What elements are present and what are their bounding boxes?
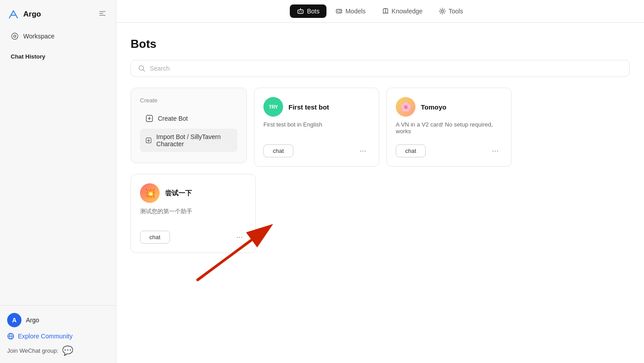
bot-card-tomoyo: 🌸 Tomoyo A VN in a V2 card! No setup req… — [386, 88, 512, 167]
bot-avatar-first-test: TRY — [263, 97, 283, 117]
main-area: Bots Models Knowledge Tools — [116, 0, 644, 363]
bots-grid: Create Create Bot Import Bot / — [131, 88, 630, 253]
tab-models-label: Models — [345, 8, 365, 15]
tab-knowledge-label: Knowledge — [392, 8, 423, 15]
user-row: A Argo — [7, 313, 109, 327]
explore-label: Explore Community — [18, 333, 72, 340]
more-button-tomoyo[interactable]: ··· — [488, 144, 502, 157]
import-icon — [145, 136, 152, 144]
svg-rect-8 — [298, 10, 303, 13]
create-card-title: Create — [140, 97, 237, 104]
svg-rect-2 — [99, 15, 106, 16]
svg-point-9 — [299, 11, 300, 12]
tab-models[interactable]: Models — [328, 4, 373, 18]
bot-name-tomoyo: Tomoyo — [421, 103, 446, 111]
search-bar — [131, 60, 630, 77]
bot-card-header-tomoyo: 🌸 Tomoyo — [396, 97, 502, 117]
bots-icon — [297, 8, 304, 15]
svg-point-4 — [14, 35, 16, 38]
svg-point-13 — [337, 11, 338, 12]
more-button-first-test[interactable]: ··· — [356, 144, 370, 157]
import-bot-label: Import Bot / SillyTavern Character — [157, 133, 232, 148]
user-name: Argo — [26, 317, 39, 324]
tab-bots[interactable]: Bots — [290, 4, 326, 18]
content-area: Bots Create Create Bot — [116, 23, 644, 363]
bot-card-yichang: 💥 尝试一下 测试您的第一个助手 chat ··· — [131, 174, 256, 253]
argo-logo-icon — [7, 8, 20, 21]
bot-avatar-yichang: 💥 — [140, 183, 160, 203]
chat-button-first-test[interactable]: chat — [263, 144, 293, 157]
sidebar-nav: Workspace — [0, 26, 116, 46]
search-icon — [138, 65, 145, 72]
import-bot-option[interactable]: Import Bot / SillyTavern Character — [140, 129, 237, 152]
chat-button-tomoyo[interactable]: chat — [396, 144, 426, 157]
bot-card-footer-first-test: chat ··· — [263, 144, 370, 157]
create-card: Create Create Bot Import Bot / — [131, 88, 247, 163]
svg-point-11 — [300, 8, 301, 9]
models-icon — [335, 8, 343, 15]
tab-knowledge[interactable]: Knowledge — [375, 4, 430, 18]
bot-name-first-test: First test bot — [288, 103, 329, 111]
bot-desc-yichang: 测试您的第一个助手 — [140, 207, 246, 224]
page-title: Bots — [131, 37, 630, 51]
app-name: Argo — [23, 10, 41, 19]
search-input[interactable] — [150, 65, 622, 72]
sidebar-item-workspace[interactable]: Workspace — [5, 28, 110, 44]
workspace-icon — [11, 32, 19, 40]
plus-square-icon — [145, 114, 153, 122]
tab-tools[interactable]: Tools — [432, 4, 470, 18]
user-avatar: A — [7, 313, 21, 327]
tools-icon — [439, 8, 446, 15]
svg-rect-0 — [99, 11, 106, 12]
sidebar-bottom: A Argo Explore Community Join WeChat gro… — [0, 305, 116, 363]
sidebar-toggle-button[interactable] — [96, 7, 109, 21]
svg-line-19 — [143, 70, 145, 72]
chat-history-title: Chat History — [0, 46, 116, 63]
bot-desc-tomoyo: A VN in a V2 card! No setup required, wo… — [396, 121, 502, 137]
wechat-label: Join WeChat group: — [7, 347, 59, 354]
sidebar-header: Argo — [0, 0, 116, 26]
top-nav: Bots Models Knowledge Tools — [116, 0, 644, 23]
wechat-row: Join WeChat group: 💬 — [7, 345, 109, 356]
svg-point-10 — [301, 11, 302, 12]
toggle-sidebar-icon — [98, 9, 107, 18]
chat-button-yichang[interactable]: chat — [140, 231, 170, 244]
sidebar: Argo Workspace Chat History A Argo — [0, 0, 116, 363]
svg-point-17 — [441, 10, 443, 13]
globe-icon — [7, 333, 14, 340]
svg-point-3 — [12, 33, 18, 39]
bot-desc-first-test: First test bot in English — [263, 121, 370, 137]
create-bot-label: Create Bot — [158, 115, 188, 122]
bot-card-first-test: TRY First test bot First test bot in Eng… — [254, 88, 379, 167]
bot-card-header: TRY First test bot — [263, 97, 370, 117]
explore-community-link[interactable]: Explore Community — [7, 333, 109, 340]
bot-card-footer-yichang: chat ··· — [140, 231, 246, 244]
bot-name-yichang: 尝试一下 — [165, 189, 192, 198]
bot-card-header-yichang: 💥 尝试一下 — [140, 183, 246, 203]
app-logo: Argo — [7, 8, 41, 21]
bot-avatar-tomoyo: 🌸 — [396, 97, 415, 117]
svg-rect-12 — [336, 9, 342, 13]
bot-card-footer-tomoyo: chat ··· — [396, 144, 502, 157]
wechat-icon: 💬 — [62, 345, 73, 356]
more-button-yichang[interactable]: ··· — [233, 231, 246, 244]
tab-tools-label: Tools — [449, 8, 463, 15]
svg-rect-1 — [99, 13, 103, 14]
tab-bots-label: Bots — [307, 8, 319, 15]
knowledge-icon — [382, 8, 389, 15]
create-bot-option[interactable]: Create Bot — [140, 110, 237, 127]
workspace-label: Workspace — [23, 33, 55, 40]
